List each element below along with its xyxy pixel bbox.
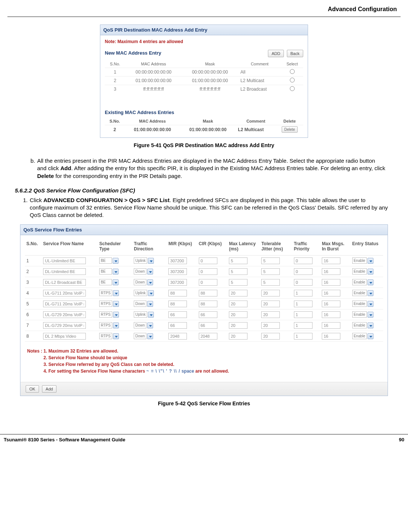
chevron-down-icon[interactable] <box>148 312 154 318</box>
max-burst-input[interactable] <box>322 322 340 329</box>
max-latency-input[interactable] <box>229 290 247 296</box>
cell-sno: 3 <box>105 85 125 94</box>
ok-button[interactable]: OK <box>26 385 39 393</box>
chevron-down-icon[interactable] <box>148 290 154 296</box>
existing-mac-label: Existing MAC Address Entries <box>105 110 303 115</box>
max-burst-input[interactable] <box>322 290 340 296</box>
max-latency-input[interactable] <box>229 301 247 307</box>
max-latency-input[interactable] <box>229 268 247 275</box>
max-burst-input[interactable] <box>322 333 340 340</box>
service-flow-name-input[interactable] <box>43 311 86 318</box>
max-burst-input[interactable] <box>322 257 340 264</box>
col-mask: Mask <box>182 60 238 68</box>
chevron-down-icon[interactable] <box>367 312 373 318</box>
service-flow-name-input[interactable] <box>43 333 86 340</box>
chevron-down-icon[interactable] <box>113 290 119 296</box>
delete-button[interactable]: Delete <box>282 126 298 133</box>
max-burst-input[interactable] <box>322 279 340 286</box>
tolerable-jitter-input[interactable] <box>261 290 280 296</box>
col-sno: S.No. <box>105 60 125 68</box>
cir-input[interactable] <box>199 301 217 307</box>
mir-input[interactable] <box>168 311 187 318</box>
add-button[interactable]: ADD <box>268 50 284 57</box>
service-flow-name-input[interactable] <box>43 322 86 329</box>
chevron-down-icon[interactable] <box>113 312 119 318</box>
chevron-down-icon[interactable] <box>367 333 373 339</box>
tolerable-jitter-input[interactable] <box>261 311 280 318</box>
cir-input[interactable] <box>199 268 217 275</box>
max-latency-input[interactable] <box>229 322 247 329</box>
add-button[interactable]: Add <box>42 385 57 393</box>
mir-input[interactable] <box>168 322 187 329</box>
select-radio[interactable] <box>290 86 295 91</box>
select-radio[interactable] <box>290 78 295 82</box>
select-radio[interactable] <box>290 69 295 74</box>
chevron-down-icon[interactable] <box>367 269 373 275</box>
chevron-down-icon[interactable] <box>113 279 119 285</box>
max-latency-input[interactable] <box>229 279 247 286</box>
traffic-priority-input[interactable] <box>294 290 313 296</box>
chevron-down-icon[interactable] <box>147 322 153 328</box>
cell-mask: ff:ff:ff:ff:ff:ff <box>182 85 238 94</box>
chevron-down-icon[interactable] <box>147 279 153 285</box>
traffic-priority-input[interactable] <box>294 322 313 329</box>
cir-input[interactable] <box>199 290 217 296</box>
note-4-chars: ~ = \ \"\ ' ? \\ / <box>146 369 180 374</box>
cir-input[interactable] <box>199 257 217 264</box>
mir-input[interactable] <box>168 333 187 340</box>
back-button[interactable]: Back <box>287 50 303 57</box>
service-flow-name-input[interactable] <box>43 301 86 307</box>
chevron-down-icon[interactable] <box>367 301 373 307</box>
service-flow-name-input[interactable] <box>43 290 86 296</box>
chevron-down-icon[interactable] <box>113 301 119 307</box>
scheduler-type-value: RTPS <box>99 333 112 339</box>
chevron-down-icon[interactable] <box>113 269 119 275</box>
tolerable-jitter-input[interactable] <box>261 301 280 307</box>
traffic-priority-input[interactable] <box>294 311 313 318</box>
max-latency-input[interactable] <box>229 257 247 264</box>
cir-input[interactable] <box>199 322 217 329</box>
chevron-down-icon[interactable] <box>147 301 153 307</box>
bold: Add <box>61 165 71 171</box>
tolerable-jitter-input[interactable] <box>261 268 280 275</box>
cir-input[interactable] <box>199 279 217 286</box>
traffic-priority-input[interactable] <box>294 279 313 286</box>
traffic-priority-input[interactable] <box>294 333 313 340</box>
service-flow-name-input[interactable] <box>43 257 86 264</box>
chevron-down-icon[interactable] <box>367 279 373 285</box>
traffic-priority-input[interactable] <box>294 301 313 307</box>
traffic-priority-input[interactable] <box>294 268 313 275</box>
max-burst-input[interactable] <box>322 311 340 318</box>
tolerable-jitter-input[interactable] <box>261 333 280 340</box>
max-latency-input[interactable] <box>229 311 247 318</box>
chevron-down-icon[interactable] <box>113 258 119 264</box>
traffic-priority-input[interactable] <box>294 257 313 264</box>
chevron-down-icon[interactable] <box>367 322 373 328</box>
max-latency-input[interactable] <box>229 333 247 340</box>
service-flow-name-input[interactable] <box>43 268 86 275</box>
cir-input[interactable] <box>199 333 217 340</box>
cell-mask: 01:00:00:00:00:00 <box>182 77 238 85</box>
chevron-down-icon[interactable] <box>367 290 373 296</box>
tolerable-jitter-input[interactable] <box>261 257 280 264</box>
chevron-down-icon[interactable] <box>113 322 119 328</box>
mir-input[interactable] <box>168 279 187 286</box>
service-flow-name-input[interactable] <box>43 279 86 286</box>
max-burst-input[interactable] <box>322 268 340 275</box>
col-name: Service Flow Name <box>42 239 98 256</box>
mir-input[interactable] <box>168 301 187 307</box>
note-2: 2. Service Flow Name should be unique <box>43 355 127 360</box>
mir-input[interactable] <box>168 268 187 275</box>
mir-input[interactable] <box>168 257 187 264</box>
chevron-down-icon[interactable] <box>147 269 153 275</box>
chevron-down-icon[interactable] <box>367 258 373 264</box>
chevron-down-icon[interactable] <box>148 258 154 264</box>
tolerable-jitter-input[interactable] <box>261 322 280 329</box>
cir-input[interactable] <box>199 311 217 318</box>
max-burst-input[interactable] <box>322 301 340 307</box>
chevron-down-icon[interactable] <box>113 333 119 339</box>
tolerable-jitter-input[interactable] <box>261 279 280 286</box>
mir-input[interactable] <box>168 290 187 296</box>
entry-status-value: Enable <box>352 268 367 275</box>
chevron-down-icon[interactable] <box>147 333 153 339</box>
